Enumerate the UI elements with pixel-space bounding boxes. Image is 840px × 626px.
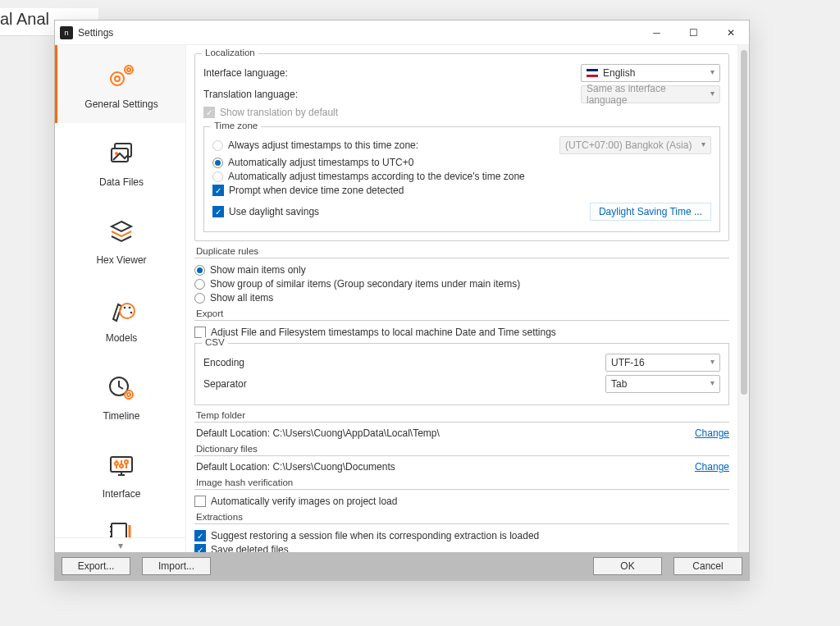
group-title: Localization (202, 48, 258, 57)
scrollbar-thumb[interactable] (741, 50, 747, 395)
ok-button[interactable]: OK (593, 557, 662, 575)
svg-point-10 (130, 311, 133, 313)
svg-point-9 (129, 306, 131, 308)
svg-point-3 (127, 68, 130, 71)
group-title: Duplicate rules (196, 246, 729, 256)
show-translation-checkbox (203, 107, 215, 118)
dst-checkbox[interactable] (212, 206, 224, 217)
sidebar-item-models[interactable]: Models (55, 279, 185, 357)
group-duplicates: Duplicate rules Show main items only Sho… (194, 246, 729, 304)
window-title: Settings (78, 27, 638, 39)
group-title: Extractions (196, 512, 729, 522)
translation-language-select: Same as interface language (581, 85, 720, 103)
sidebar-item-reportfields[interactable]: Additional Report Fields (55, 513, 185, 537)
cancel-button[interactable]: Cancel (673, 557, 742, 575)
temp-path: Default Location: C:\Users\Cuong\AppData… (196, 427, 695, 439)
tz-device-radio[interactable] (212, 171, 223, 182)
encoding-label: Encoding (203, 357, 605, 368)
titlebar: n Settings ─ ☐ ✕ (55, 21, 749, 45)
dst-label: Use daylight savings (229, 206, 590, 217)
content-pane: Localization Interface language: English… (186, 45, 737, 552)
hash-verify-checkbox[interactable] (194, 496, 206, 507)
tz-always-radio[interactable] (212, 140, 223, 151)
tz-utc0-radio[interactable] (212, 158, 223, 168)
separator-label: Separator (203, 378, 605, 390)
interface-language-select[interactable]: English (581, 64, 720, 82)
dup-all-label: Show all items (210, 292, 273, 304)
ext-savedeleted-checkbox[interactable] (194, 544, 206, 552)
group-title: CSV (202, 337, 228, 347)
encoding-select[interactable]: UTF-16 (605, 354, 720, 372)
dup-main-radio[interactable] (194, 265, 205, 276)
sidebar-item-label: Interface (103, 488, 141, 500)
dict-change-link[interactable]: Change (695, 461, 729, 473)
dup-group-radio[interactable] (194, 279, 205, 290)
svg-point-0 (111, 72, 124, 85)
dup-group-label: Show group of similar items (Group secon… (210, 278, 520, 290)
svg-point-2 (125, 66, 133, 74)
dict-path: Default Location: C:\Users\Cuong\Documen… (196, 461, 695, 473)
tz-prompt-label: Prompt when device time zone detected (229, 185, 404, 196)
select-value: English (603, 67, 635, 79)
group-title: Time zone (211, 121, 261, 130)
layers-icon (103, 215, 139, 248)
svg-point-12 (125, 391, 133, 399)
svg-point-15 (115, 462, 118, 465)
flag-icon (587, 69, 598, 77)
group-title: Export (196, 308, 729, 318)
dst-button[interactable]: Daylight Saving Time ... (590, 203, 711, 221)
sidebar-item-timeline[interactable]: Timeline (55, 357, 185, 435)
sidebar-item-label: Hex Viewer (96, 254, 146, 266)
temp-change-link[interactable]: Change (695, 427, 729, 439)
import-button[interactable]: Import... (142, 557, 211, 575)
group-title: Dictionary files (196, 444, 729, 454)
minimize-button[interactable]: ─ (638, 21, 675, 44)
close-button[interactable]: ✕ (712, 21, 749, 44)
group-title: Temp folder (196, 410, 729, 420)
svg-point-8 (124, 306, 126, 308)
svg-point-17 (125, 460, 128, 464)
translation-language-label: Translation language: (203, 89, 581, 100)
vertical-scrollbar[interactable] (737, 45, 749, 552)
tz-select: (UTC+07:00) Bangkok (Asia) (559, 136, 711, 154)
sidebar-item-label: Data Files (99, 176, 144, 188)
svg-point-13 (127, 393, 130, 396)
sidebar-item-general[interactable]: General Settings (55, 45, 185, 123)
tz-device-label: Automatically adjust timestamps accordin… (228, 171, 711, 182)
sidebar-item-datafiles[interactable]: Data Files (55, 123, 185, 201)
group-localization: Localization Interface language: English… (194, 53, 729, 241)
hash-verify-label: Automatically verify images on project l… (211, 496, 397, 507)
svg-point-7 (120, 304, 135, 318)
svg-point-16 (120, 464, 123, 468)
show-translation-label: Show translation by default (220, 107, 338, 118)
notebook-icon (103, 516, 139, 537)
group-timezone: Time zone Always adjust timestamps to th… (203, 126, 720, 232)
svg-rect-18 (112, 523, 126, 537)
sidebar-scroll-down[interactable]: ▾ (55, 537, 185, 552)
group-title: Image hash verification (196, 477, 729, 487)
tz-prompt-checkbox[interactable] (212, 185, 224, 196)
ext-savedeleted-label: Save deleted files (211, 544, 289, 552)
ext-suggest-checkbox[interactable] (194, 530, 206, 541)
dialog-footer: Export... Import... OK Cancel (55, 552, 749, 580)
svg-point-1 (115, 76, 120, 81)
sidebar-item-label: General Settings (84, 98, 158, 110)
sidebar-item-hex[interactable]: Hex Viewer (55, 201, 185, 279)
group-hash: Image hash verification Automatically ve… (194, 477, 729, 507)
ext-suggest-label: Suggest restoring a session file when it… (211, 530, 539, 541)
sidebar-item-interface[interactable]: Interface (55, 435, 185, 513)
monitor-icon (103, 449, 139, 482)
select-value: Tab (611, 378, 627, 390)
export-adjust-label: Adjust File and Filesystem timestamps to… (211, 327, 556, 338)
tz-always-label: Always adjust timestamps to this time zo… (228, 139, 559, 151)
gears-icon (103, 59, 139, 92)
settings-dialog: n Settings ─ ☐ ✕ G (54, 20, 750, 581)
export-adjust-checkbox[interactable] (194, 327, 206, 338)
image-stack-icon (103, 137, 139, 170)
dup-all-radio[interactable] (194, 293, 205, 304)
sidebar-item-label: Models (106, 332, 138, 344)
separator-select[interactable]: Tab (605, 375, 720, 393)
maximize-button[interactable]: ☐ (675, 21, 712, 44)
group-csv: CSV Encoding UTF-16 Separator Tab (194, 343, 729, 405)
export-button[interactable]: Export... (62, 557, 130, 575)
